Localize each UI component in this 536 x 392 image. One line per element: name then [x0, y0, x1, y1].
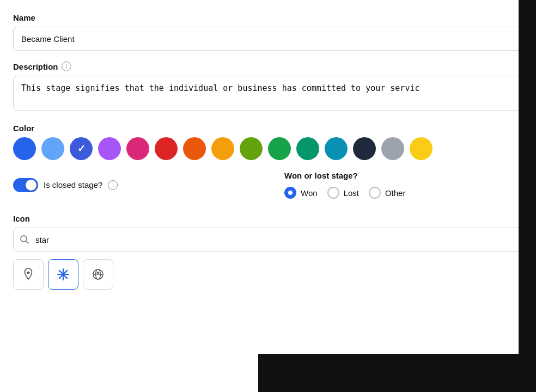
color-gray[interactable] [381, 137, 404, 160]
color-label-text: Color [13, 124, 34, 133]
color-emerald[interactable] [296, 137, 319, 160]
icon-section: Icon [13, 214, 523, 290]
description-input[interactable]: This stage signifies that the individual… [13, 76, 525, 111]
bottom-right-overlay [258, 354, 536, 392]
icon-search-input[interactable] [13, 228, 525, 252]
color-teal[interactable] [325, 137, 348, 160]
color-green[interactable] [268, 137, 291, 160]
radio-won-circle [284, 187, 296, 199]
name-label: Name [13, 13, 523, 22]
svg-line-1 [26, 241, 28, 243]
icon-label-text: Icon [13, 214, 30, 223]
toggle-knob [26, 180, 36, 191]
description-section: Description i This stage signifies that … [13, 62, 523, 113]
location-star-icon-btn[interactable] [13, 259, 44, 290]
options-row: Is closed stage? i Won or lost stage? Wo… [13, 171, 523, 199]
closed-stage-label: Is closed stage? [44, 180, 102, 189]
closed-stage-toggle[interactable] [13, 178, 38, 192]
icon-label: Icon [13, 214, 523, 223]
name-label-text: Name [13, 13, 35, 22]
search-icon [20, 235, 29, 244]
color-blue-medium[interactable] [41, 137, 64, 160]
radio-won[interactable]: Won [284, 187, 318, 199]
description-label: Description i [13, 62, 523, 71]
description-info-icon[interactable]: i [62, 62, 71, 71]
description-label-text: Description [13, 62, 58, 71]
radio-won-label: Won [301, 188, 318, 198]
color-section: Color [13, 124, 523, 160]
color-yellow[interactable] [410, 137, 433, 160]
radio-other-label: Other [385, 188, 406, 198]
color-blue-check[interactable] [70, 137, 93, 160]
won-lost-section: Won or lost stage? Won Lost Other [252, 171, 523, 199]
radio-lost-label: Lost [344, 188, 359, 198]
color-lime[interactable] [240, 137, 263, 160]
radio-other[interactable]: Other [369, 187, 406, 199]
right-overlay [519, 0, 536, 392]
page-container: Name Description i This stage signifies … [0, 0, 536, 392]
color-dark-navy[interactable] [353, 137, 376, 160]
radio-lost[interactable]: Lost [327, 187, 359, 199]
globe-star-icon-btn[interactable] [83, 259, 113, 290]
toggle-section: Is closed stage? i [13, 178, 252, 192]
icon-buttons-row [13, 259, 523, 290]
color-purple[interactable] [98, 137, 121, 160]
radio-other-circle [369, 187, 381, 199]
color-blue-dark[interactable] [13, 137, 36, 160]
color-amber[interactable] [211, 137, 234, 160]
radio-lost-circle [327, 187, 339, 199]
color-pink[interactable] [126, 137, 149, 160]
color-row [13, 137, 523, 160]
color-red[interactable] [155, 137, 178, 160]
closed-stage-info-icon[interactable]: i [108, 180, 118, 190]
name-input[interactable] [13, 27, 525, 51]
color-label: Color [13, 124, 523, 133]
color-orange[interactable] [183, 137, 206, 160]
icon-search-wrapper [13, 228, 525, 252]
asterisk-star-icon-btn[interactable] [48, 259, 78, 290]
radio-row: Won Lost Other [284, 187, 523, 199]
won-lost-title: Won or lost stage? [284, 171, 523, 180]
name-section: Name [13, 13, 523, 51]
